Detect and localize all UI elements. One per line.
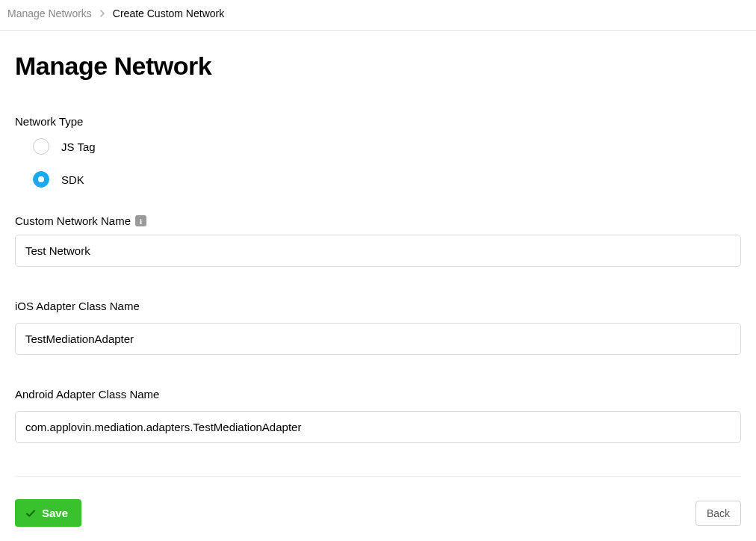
ios-adapter-label: iOS Adapter Class Name	[15, 300, 741, 312]
radio-label: SDK	[61, 173, 84, 186]
chevron-right-icon	[99, 8, 105, 19]
radio-label: JS Tag	[61, 140, 96, 153]
label-text: Custom Network Name	[15, 214, 131, 227]
ios-adapter-input[interactable]	[15, 323, 741, 355]
save-button-label: Save	[42, 507, 68, 519]
divider	[15, 476, 741, 477]
custom-network-name-input[interactable]	[15, 235, 741, 267]
radio-option-sdk[interactable]: SDK	[33, 171, 741, 188]
check-icon	[25, 508, 36, 519]
breadcrumb-current: Create Custom Network	[113, 7, 224, 19]
custom-network-name-label: Custom Network Name i	[15, 214, 741, 227]
page-title: Manage Network	[15, 52, 741, 81]
network-type-label: Network Type	[15, 115, 741, 128]
android-adapter-input[interactable]	[15, 411, 741, 443]
radio-option-js-tag[interactable]: JS Tag	[33, 138, 741, 155]
android-adapter-label: Android Adapter Class Name	[15, 388, 741, 401]
footer-actions: Save Back	[15, 499, 741, 527]
save-button[interactable]: Save	[15, 499, 81, 527]
radio-icon	[33, 171, 49, 188]
info-icon[interactable]: i	[135, 215, 146, 226]
breadcrumb-parent-link[interactable]: Manage Networks	[7, 7, 92, 19]
radio-icon	[33, 138, 49, 155]
network-type-radio-group: JS Tag SDK	[33, 138, 741, 188]
breadcrumb: Manage Networks Create Custom Network	[0, 0, 756, 31]
back-button[interactable]: Back	[695, 501, 741, 526]
